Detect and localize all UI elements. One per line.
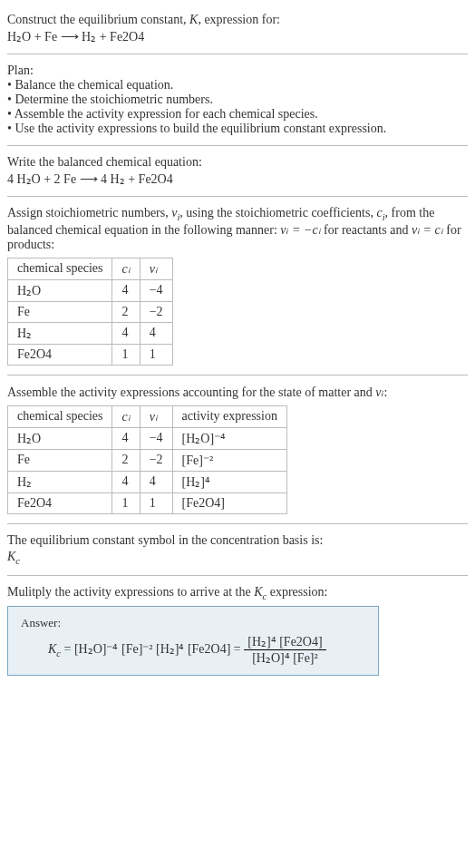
cell: Fe2O4 (8, 493, 112, 513)
th-nui: νᵢ (140, 258, 172, 279)
divider (7, 196, 468, 197)
intro-suffix: , expression for: (198, 13, 280, 26)
table-row: H₂O4−4 (8, 279, 173, 301)
activity-section: Assemble the activity expressions accoun… (7, 379, 468, 520)
cell: 4 (112, 322, 140, 344)
final-heading: Mulitply the activity expressions to arr… (7, 585, 468, 601)
table-row: Fe2O411 (8, 344, 173, 365)
symbol-section: The equilibrium constant symbol in the c… (7, 528, 468, 571)
th-ci: cᵢ (112, 258, 140, 279)
plan-item-text: Use the activity expressions to build th… (15, 122, 386, 135)
table-row: H₂44[H₂]⁴ (8, 471, 287, 493)
divider (7, 523, 468, 524)
cell: −2 (140, 301, 172, 322)
answer-expression: Kc = [H₂O]⁻⁴ [Fe]⁻² [H₂]⁴ [Fe2O4] = [H₂]… (21, 634, 365, 666)
cell: H₂O (8, 427, 112, 449)
ans-eq: = (61, 642, 74, 656)
cell: 4 (140, 471, 172, 493)
activity-h2: : (384, 385, 388, 399)
cell: 1 (112, 344, 140, 365)
cell: 1 (112, 493, 140, 513)
cell: Fe2O4 (8, 344, 112, 365)
answer-box: Answer: Kc = [H₂O]⁻⁴ [Fe]⁻² [H₂]⁴ [Fe2O4… (7, 606, 379, 676)
plan-item-text: Assemble the activity expression for eac… (15, 107, 318, 121)
table-header-row: chemical species cᵢ νᵢ (8, 258, 173, 279)
cell: 2 (112, 449, 140, 471)
plan-item: • Use the activity expressions to build … (7, 122, 468, 136)
cell: 4 (112, 471, 140, 493)
ans-eq2: = (230, 642, 244, 656)
ans-num: [H₂]⁴ [Fe2O4] (244, 634, 325, 650)
cell: Fe (8, 301, 112, 322)
cell: 4 (112, 427, 140, 449)
ans-den: [H₂O]⁴ [Fe]² (244, 650, 325, 666)
intro-line: Construct the equilibrium constant, K, e… (7, 13, 468, 27)
th-act: activity expression (172, 405, 286, 427)
final-section: Mulitply the activity expressions to arr… (7, 580, 468, 682)
divider (7, 375, 468, 375)
table-row: H₂O4−4[H₂O]⁻⁴ (8, 427, 287, 449)
activity-table: chemical species cᵢ νᵢ activity expressi… (7, 405, 287, 514)
cell: [H₂]⁴ (172, 471, 286, 493)
activity-nu: νᵢ (375, 385, 383, 399)
table-row: Fe2−2[Fe]⁻² (8, 449, 287, 471)
cell: 2 (112, 301, 140, 322)
final-h1: Mulitply the activity expressions to arr… (7, 585, 254, 599)
plan-section: Plan: • Balance the chemical equation. •… (7, 58, 468, 141)
cell: 1 (140, 493, 172, 513)
table-row: Fe2−2 (8, 301, 173, 322)
stoich-table: chemical species cᵢ νᵢ H₂O4−4 Fe2−2 H₂44… (7, 258, 173, 366)
plan-item: • Determine the stoichiometric numbers. (7, 93, 468, 107)
stoich-text: Assign stoichiometric numbers, νi, using… (7, 206, 468, 252)
plan-heading: Plan: (7, 63, 468, 78)
table-row: H₂44 (8, 322, 173, 344)
cell: [H₂O]⁻⁴ (172, 427, 286, 449)
intro-k: K (189, 13, 198, 26)
th-species: chemical species (8, 258, 112, 279)
balanced-equation: 4 H₂O + 2 Fe ⟶ 4 H₂ + Fe2O4 (7, 171, 468, 187)
th-species: chemical species (8, 405, 112, 427)
cell: [Fe2O4] (172, 493, 286, 513)
cell: −2 (140, 449, 172, 471)
cell: 4 (140, 322, 172, 344)
divider (7, 145, 468, 146)
cell: 1 (140, 344, 172, 365)
symbol-heading: The equilibrium constant symbol in the c… (7, 533, 468, 548)
final-kc: K (254, 585, 262, 599)
table-row: Fe2O411[Fe2O4] (8, 493, 287, 513)
cell: −4 (140, 427, 172, 449)
divider (7, 54, 468, 54)
stoich-rel1: νᵢ = −cᵢ (280, 223, 320, 237)
ans-k: K (48, 642, 56, 656)
th-ci: cᵢ (112, 405, 140, 427)
kc-k: K (7, 550, 15, 563)
symbol-value: Kc (7, 550, 468, 566)
ans-fraction: [H₂]⁴ [Fe2O4][H₂O]⁴ [Fe]² (244, 634, 325, 666)
plan-item: • Balance the chemical equation. (7, 78, 468, 93)
th-nui: νᵢ (140, 405, 172, 427)
table-header-row: chemical species cᵢ νᵢ activity expressi… (8, 405, 287, 427)
intro-prefix: Construct the equilibrium constant, (7, 13, 189, 26)
answer-label: Answer: (21, 616, 365, 630)
stoich-t1: Assign stoichiometric numbers, (7, 206, 171, 219)
balanced-heading: Write the balanced chemical equation: (7, 155, 468, 170)
cell: H₂O (8, 279, 112, 301)
stoich-rel2: νᵢ = cᵢ (412, 223, 443, 237)
final-h2: expression: (267, 585, 327, 599)
cell: Fe (8, 449, 112, 471)
stoich-t2: , using the stoichiometric coefficients, (179, 206, 376, 219)
cell: 4 (112, 279, 140, 301)
cell: H₂ (8, 471, 112, 493)
activity-heading: Assemble the activity expressions accoun… (7, 385, 468, 400)
divider (7, 575, 468, 576)
cell: H₂ (8, 322, 112, 344)
intro-section: Construct the equilibrium constant, K, e… (7, 7, 468, 50)
stoich-t4: for reactants and (321, 223, 412, 237)
balanced-section: Write the balanced chemical equation: 4 … (7, 150, 468, 192)
plan-item-text: Balance the chemical equation. (15, 78, 173, 92)
cell: [Fe]⁻² (172, 449, 286, 471)
plan-item-text: Determine the stoichiometric numbers. (15, 93, 213, 106)
stoich-section: Assign stoichiometric numbers, νi, using… (7, 200, 468, 371)
activity-h1: Assemble the activity expressions accoun… (7, 385, 375, 399)
intro-equation: H₂O + Fe ⟶ H₂ + Fe2O4 (7, 29, 468, 44)
